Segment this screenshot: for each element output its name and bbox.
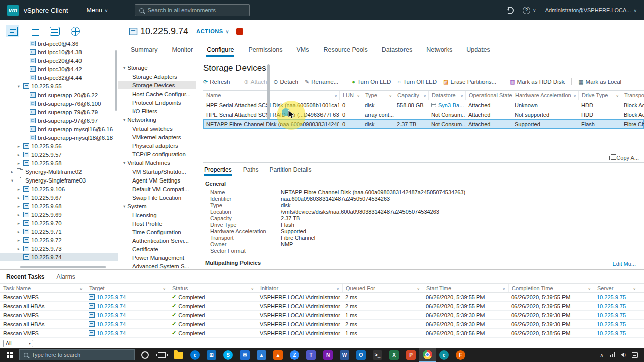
server-link[interactable]: 10.225.9.75 xyxy=(597,321,626,327)
config-item-licensing[interactable]: Licensing xyxy=(118,211,196,219)
terminal-icon[interactable]: >_ xyxy=(369,348,386,362)
config-item-power-management[interactable]: Power Management xyxy=(118,253,196,262)
expand-arrow-icon[interactable]: ▸ xyxy=(16,246,21,251)
edit-multipathing-link[interactable]: Edit Mu... xyxy=(613,261,636,267)
chevron-down-icon[interactable] xyxy=(631,285,636,291)
task-row[interactable]: Rescan VMFS10.225.9.74✓CompletedVSPHERE.… xyxy=(0,329,644,338)
chevron-down-icon[interactable] xyxy=(421,92,426,98)
expand-arrow-icon[interactable]: ▸ xyxy=(16,152,21,157)
task-column-header-queued-for[interactable]: Queued For xyxy=(342,284,423,292)
tree-item-10-225-9-58[interactable]: ▸10.225.9.58 xyxy=(0,159,118,167)
detail-tab-paths[interactable]: Paths xyxy=(243,166,259,176)
tree-item-10-225-9-57[interactable]: ▸10.225.9.57 xyxy=(0,150,118,159)
actions-button[interactable]: ACTIONS xyxy=(196,28,229,34)
config-group-system[interactable]: ▾System xyxy=(118,202,196,211)
chevron-down-icon[interactable] xyxy=(500,285,505,291)
expand-arrow-icon[interactable]: ▸ xyxy=(16,221,21,226)
tree-item-10-225-9-71[interactable]: ▸10.225.9.71 xyxy=(0,227,118,236)
target-link[interactable]: 10.225.9.74 xyxy=(97,321,126,327)
tree-item-brd-ipcc10-4-38[interactable]: brd-ipcc10@4.38 xyxy=(0,48,118,56)
start-button[interactable] xyxy=(0,348,19,362)
copy-all-link[interactable]: Copy A... xyxy=(203,155,644,161)
hidden-icons-chevron[interactable]: ∧ xyxy=(600,352,603,358)
config-item-vmkernel-adapters[interactable]: VMkernel adapters xyxy=(118,133,196,141)
column-header-type[interactable]: Type xyxy=(362,90,394,100)
detail-tab-partition-details[interactable]: Partition Details xyxy=(269,166,311,176)
chrome-icon[interactable] xyxy=(419,348,436,362)
vms-and-templates-icon[interactable] xyxy=(28,26,39,36)
expand-arrow-icon[interactable]: ▸ xyxy=(16,229,21,234)
tree-item-brd-ipcc20-4-40[interactable]: brd-ipcc20@4.40 xyxy=(0,56,118,65)
tasks-tab-alarms[interactable]: Alarms xyxy=(56,273,75,280)
task-row[interactable]: Rescan VMFS10.225.9.74✓CompletedVSPHERE.… xyxy=(0,311,644,320)
config-group-networking[interactable]: ▾Networking xyxy=(118,115,196,124)
storage-icon[interactable] xyxy=(49,26,60,36)
tab-monitor[interactable]: Monitor xyxy=(171,46,193,57)
toolbar-mark-as-local-button[interactable]: ▦Mark as Local xyxy=(578,79,621,85)
tree-item-10-225-9-55[interactable]: ▾10.225.9.55 xyxy=(0,82,118,90)
task-column-header-server[interactable]: Server xyxy=(594,284,639,292)
config-item-storage-adapters[interactable]: Storage Adapters xyxy=(118,72,196,81)
volume-icon[interactable]: ) xyxy=(621,352,626,357)
tree-item-brd-superapp-79-6-79[interactable]: brd-superapp-79@6.79 xyxy=(0,108,118,116)
config-item-default-vm-compati[interactable]: Default VM Compati... xyxy=(118,185,196,193)
column-header-hardware-acceleration[interactable]: Hardware Acceleration xyxy=(512,90,578,100)
toolbar-mark-as-hdd-disk-button[interactable]: ▥Mark as HDD Disk xyxy=(510,79,565,85)
microsoft-store-icon[interactable]: ⊞ xyxy=(203,348,220,362)
expand-arrow-icon[interactable]: ▸ xyxy=(16,161,21,166)
tab-datastores[interactable]: Datastores xyxy=(381,46,413,57)
config-item-host-profile[interactable]: Host Profile xyxy=(118,219,196,228)
tasks-filter-select[interactable]: All ▾ xyxy=(3,340,33,347)
tab-summary[interactable]: Summary xyxy=(130,46,158,57)
toolbar-rename-button[interactable]: ✎Rename... xyxy=(305,79,338,85)
server-link[interactable]: 10.225.9.75 xyxy=(597,303,626,309)
expand-arrow-icon[interactable]: ▸ xyxy=(16,212,21,217)
help-menu[interactable]: ? xyxy=(523,7,536,14)
config-item-advanced-system-s[interactable]: Advanced System S... xyxy=(118,262,196,269)
global-search-input[interactable]: Search in all environments xyxy=(135,4,250,16)
config-item-storage-devices[interactable]: Storage Devices xyxy=(118,81,196,89)
tree-item-10-225-9-69[interactable]: ▸10.225.9.69 xyxy=(0,210,118,219)
expand-arrow-icon[interactable]: ▸ xyxy=(16,195,21,200)
tab-updates[interactable]: Updates xyxy=(466,46,491,57)
storage-device-row[interactable]: NETAPP Fibre Channel Disk (naa.600a09803… xyxy=(203,119,644,129)
column-header-name[interactable]: Name xyxy=(203,90,339,100)
chevron-down-icon[interactable] xyxy=(387,92,392,98)
teams-icon[interactable]: T xyxy=(303,348,319,362)
firefox-icon[interactable]: F xyxy=(452,348,469,362)
server-link[interactable]: 10.225.9.75 xyxy=(597,294,626,300)
tree-item-10-225-9-72[interactable]: ▸10.225.9.72 xyxy=(0,236,118,244)
tab-networks[interactable]: Networks xyxy=(426,46,453,57)
network-icon[interactable] xyxy=(610,352,615,357)
tree-item-10-225-9-67[interactable]: ▸10.225.9.67 xyxy=(0,193,118,202)
target-link[interactable]: 10.225.9.74 xyxy=(97,303,126,309)
tree-item-10-225-9-56[interactable]: ▸10.225.9.56 xyxy=(0,142,118,150)
expand-arrow-icon[interactable]: ▸ xyxy=(16,204,21,209)
tree-item-brd-ipcc30-4-42[interactable]: brd-ipcc30@4.42 xyxy=(0,65,118,73)
server-link[interactable]: 10.225.9.75 xyxy=(597,330,626,336)
tree-item-10-225-9-74[interactable]: 10.225.9.74 xyxy=(0,253,118,261)
menu-button[interactable]: Menu xyxy=(87,7,108,14)
expand-arrow-icon[interactable]: ▸ xyxy=(16,238,21,243)
tree-item-10-225-9-73[interactable]: ▸10.225.9.73 xyxy=(0,244,118,253)
tab-resource-pools[interactable]: Resource Pools xyxy=(323,46,368,57)
config-item-time-configuration[interactable]: Time Configuration xyxy=(118,228,196,236)
task-column-header-task-name[interactable]: Task Name xyxy=(0,284,86,292)
confignav-scrollbar[interactable] xyxy=(267,64,270,120)
chevron-down-icon[interactable] xyxy=(415,285,420,291)
cortana-icon[interactable] xyxy=(137,348,153,362)
datastore-link[interactable]: Syn3-Ba... xyxy=(438,102,464,108)
tree-item-synergy-singleframe03[interactable]: ▾Synergy-Singleframe03 xyxy=(0,176,118,185)
tree-item-brd-superapp-mysql16-6-16[interactable]: brd-superapp-mysql16@6.16 xyxy=(0,125,118,133)
tree-item-synergy-multiframe02[interactable]: ▸Synergy-Multiframe02 xyxy=(0,167,118,176)
tree-item-brd-superapp-mysql18-6-18[interactable]: brd-superapp-mysql18@6.18 xyxy=(0,133,118,142)
toolbar-detach-button[interactable]: ⊖Detach xyxy=(273,79,298,85)
task-column-header-target[interactable]: Target xyxy=(86,284,169,292)
target-link[interactable]: 10.225.9.74 xyxy=(97,330,126,336)
tree-item-10-225-9-68[interactable]: ▸10.225.9.68 xyxy=(0,202,118,210)
networking-icon[interactable] xyxy=(70,26,82,36)
column-header-lun[interactable]: LUN xyxy=(339,90,362,100)
column-header-transport[interactable]: Transport xyxy=(621,90,644,100)
column-header-operational-state[interactable]: Operational State xyxy=(465,90,512,100)
config-item-i-o-filters[interactable]: I/O Filters xyxy=(118,107,196,115)
